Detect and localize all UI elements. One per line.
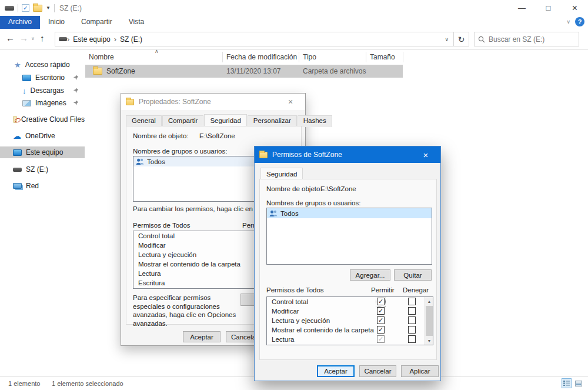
allow-checkbox[interactable] (377, 316, 385, 324)
breadcrumb-sz-e[interactable]: SZ (E:) (116, 35, 146, 44)
deny-checkbox[interactable] (408, 307, 416, 315)
address-bar[interactable]: › Este equipo › SZ (E:) ∨ ↻ (55, 32, 469, 46)
perm-row[interactable]: Mostrar el contenido de la carpeta (267, 325, 433, 335)
ribbon-collapse-chevron-icon[interactable]: ∨ (566, 19, 570, 25)
sidebar-item-red[interactable]: Red (0, 180, 85, 192)
scrollbar-thumb[interactable] (426, 306, 433, 336)
window-title: SZ (E:) (59, 4, 82, 12)
minimize-button[interactable]: — (509, 0, 535, 16)
permissions-dialog-titlebar[interactable]: Permisos de SoftZone × (255, 146, 440, 163)
permissions-ok-button[interactable]: Aceptar (317, 365, 355, 377)
sidebar-item-este-equipo[interactable]: Este equipo (0, 146, 85, 158)
deny-checkbox[interactable] (408, 298, 416, 305)
tab-general[interactable]: General (126, 115, 162, 127)
sidebar-item-creative-cloud-files[interactable]: Creative Cloud Files (0, 114, 85, 125)
file-date: 13/11/2020 13:07 (226, 67, 281, 75)
users-icon (136, 158, 144, 165)
allow-checkbox[interactable] (377, 307, 385, 315)
allow-header: Permitir (371, 286, 395, 294)
sidebar-item-escritorio[interactable]: Escritorio (0, 72, 85, 84)
close-icon[interactable]: × (416, 150, 436, 160)
thumbnail-view-icon[interactable] (573, 378, 583, 388)
deny-checkbox[interactable] (408, 316, 416, 324)
sidebar-item-sz-drive[interactable]: SZ (E:) (0, 164, 85, 175)
tab-personalizar[interactable]: Personalizar (248, 115, 297, 127)
folder-icon[interactable] (33, 5, 42, 12)
back-icon[interactable]: ← (6, 33, 15, 43)
quick-access-star-icon: ★ (14, 61, 21, 69)
tab-compartir[interactable]: Compartir (162, 115, 203, 127)
allow-checkbox[interactable] (377, 335, 385, 343)
computer-icon[interactable] (5, 6, 14, 11)
details-view-icon[interactable] (562, 378, 572, 388)
properties-dialog-title: Propiedades: SoftZone (139, 98, 211, 106)
deny-checkbox[interactable] (408, 326, 416, 334)
groups-listbox[interactable]: Todos (266, 208, 432, 265)
permissions-dialog: Permisos de SoftZone × Seguridad Nombre … (254, 146, 441, 381)
ribbon-tab-vista[interactable]: Vista (121, 16, 152, 29)
perm-row[interactable]: Lectura y ejecución (267, 316, 433, 325)
refresh-icon[interactable]: ↻ (453, 32, 469, 46)
remove-button[interactable]: Quitar (394, 269, 432, 281)
users-icon (269, 210, 278, 217)
column-header-fecha[interactable]: Fecha de modificación (226, 53, 297, 61)
creative-cloud-icon (13, 116, 17, 123)
qat-separator (54, 4, 55, 12)
allow-checkbox[interactable] (377, 345, 385, 345)
perm-row[interactable]: Modificar (267, 306, 433, 316)
properties-ok-button[interactable]: Aceptar (183, 331, 220, 342)
object-name-label: Nombre de objeto: (133, 132, 189, 139)
maximize-button[interactable]: □ (535, 0, 562, 16)
scrollbar[interactable]: ▲ ▼ (425, 297, 433, 345)
sidebar-item-acceso-rapido[interactable]: ★ Acceso rápido (0, 59, 85, 71)
quick-access-toolbar: ✓ ▼ (0, 4, 55, 12)
add-button[interactable]: Agregar... (350, 269, 390, 281)
scroll-down-icon[interactable]: ▼ (425, 336, 433, 345)
permissions-dialog-title: Permisos de SoftZone (272, 151, 342, 159)
tab-seguridad[interactable]: Seguridad (204, 114, 246, 126)
file-row-softzone[interactable]: SoftZone 13/11/2020 13:07 Carpeta de arc… (85, 65, 403, 78)
sidebar-item-imagenes[interactable]: Imágenes (0, 97, 85, 109)
ribbon-tabs: Archivo Inicio Compartir Vista ∨ ? (0, 16, 588, 29)
scroll-up-icon[interactable]: ▲ (425, 297, 433, 305)
help-icon[interactable]: ? (575, 17, 584, 26)
properties-check-icon[interactable]: ✓ (22, 4, 29, 12)
column-header-tipo[interactable]: Tipo (303, 53, 316, 61)
allow-checkbox[interactable] (377, 326, 385, 334)
object-name-value: E:\SoftZone (199, 132, 235, 139)
tab-seguridad[interactable]: Seguridad (260, 168, 303, 179)
ribbon-tab-archivo[interactable]: Archivo (0, 16, 40, 29)
perm-row[interactable]: Escritura (267, 344, 433, 345)
folder-icon (126, 99, 134, 105)
recent-locations-chevron-icon[interactable]: ∨ (31, 36, 35, 41)
up-icon[interactable]: ↑ (40, 33, 45, 43)
column-header-tamano[interactable]: Tamaño (370, 53, 395, 61)
permissions-apply-button[interactable]: Aplicar (401, 365, 439, 377)
close-button[interactable]: × (562, 0, 588, 16)
ribbon-tab-inicio[interactable]: Inicio (40, 16, 73, 29)
deny-checkbox[interactable] (408, 345, 416, 345)
pin-icon (73, 88, 79, 94)
file-name: SoftZone (106, 67, 135, 75)
search-box[interactable] (474, 32, 579, 46)
sidebar-item-descargas[interactable]: ↓ Descargas (0, 85, 85, 96)
close-icon[interactable]: × (280, 97, 300, 106)
qat-dropdown-caret-icon[interactable]: ▼ (46, 5, 51, 11)
permissions-checklist[interactable]: Control total Modificar Lectura y ejecuc… (266, 296, 433, 345)
downloads-arrow-icon: ↓ (22, 86, 26, 95)
navigation-bar: ← → ∨ ↑ › Este equipo › SZ (E:) ∨ ↻ (0, 29, 588, 50)
column-header-nombre[interactable]: Nombre (89, 53, 114, 61)
breadcrumb-este-equipo[interactable]: Este equipo (69, 35, 113, 44)
search-input[interactable] (489, 35, 565, 44)
permissions-cancel-button[interactable]: Cancelar (359, 365, 396, 377)
pictures-icon (22, 100, 31, 106)
ribbon-tab-compartir[interactable]: Compartir (73, 16, 121, 29)
allow-checkbox[interactable] (377, 298, 385, 305)
perm-row[interactable]: Control total (267, 297, 433, 306)
address-dropdown-chevron-icon[interactable]: ∨ (440, 36, 453, 42)
tab-hashes[interactable]: Hashes (298, 115, 332, 127)
deny-checkbox[interactable] (408, 335, 416, 343)
sidebar-item-onedrive[interactable]: ☁ OneDrive (0, 130, 85, 142)
perm-row[interactable]: Lectura (267, 335, 433, 344)
group-row-todos[interactable]: Todos (267, 208, 432, 218)
